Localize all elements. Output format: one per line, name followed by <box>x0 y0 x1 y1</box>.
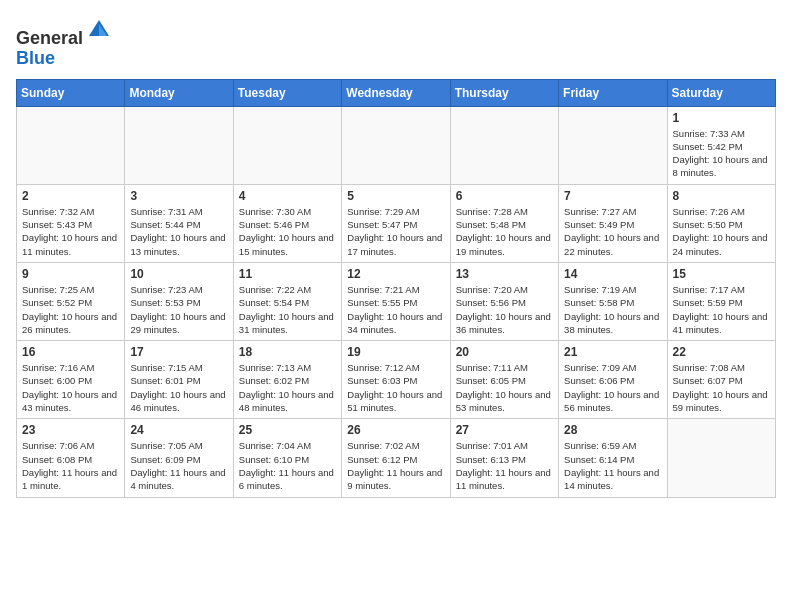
day-number: 3 <box>130 189 227 203</box>
calendar-empty-cell <box>233 106 341 184</box>
day-info: Sunrise: 7:27 AM Sunset: 5:49 PM Dayligh… <box>564 205 661 258</box>
calendar-week-row: 1Sunrise: 7:33 AM Sunset: 5:42 PM Daylig… <box>17 106 776 184</box>
day-info: Sunrise: 7:05 AM Sunset: 6:09 PM Dayligh… <box>130 439 227 492</box>
day-number: 22 <box>673 345 770 359</box>
weekday-header-sunday: Sunday <box>17 79 125 106</box>
calendar-day-4: 4Sunrise: 7:30 AM Sunset: 5:46 PM Daylig… <box>233 184 341 262</box>
day-number: 11 <box>239 267 336 281</box>
day-info: Sunrise: 7:28 AM Sunset: 5:48 PM Dayligh… <box>456 205 553 258</box>
calendar-day-6: 6Sunrise: 7:28 AM Sunset: 5:48 PM Daylig… <box>450 184 558 262</box>
calendar-day-19: 19Sunrise: 7:12 AM Sunset: 6:03 PM Dayli… <box>342 341 450 419</box>
calendar-day-22: 22Sunrise: 7:08 AM Sunset: 6:07 PM Dayli… <box>667 341 775 419</box>
calendar-day-16: 16Sunrise: 7:16 AM Sunset: 6:00 PM Dayli… <box>17 341 125 419</box>
day-info: Sunrise: 7:19 AM Sunset: 5:58 PM Dayligh… <box>564 283 661 336</box>
day-info: Sunrise: 7:31 AM Sunset: 5:44 PM Dayligh… <box>130 205 227 258</box>
page-header: General Blue <box>16 16 776 69</box>
day-number: 14 <box>564 267 661 281</box>
day-info: Sunrise: 7:29 AM Sunset: 5:47 PM Dayligh… <box>347 205 444 258</box>
day-info: Sunrise: 7:20 AM Sunset: 5:56 PM Dayligh… <box>456 283 553 336</box>
calendar-day-7: 7Sunrise: 7:27 AM Sunset: 5:49 PM Daylig… <box>559 184 667 262</box>
calendar-day-5: 5Sunrise: 7:29 AM Sunset: 5:47 PM Daylig… <box>342 184 450 262</box>
calendar-day-12: 12Sunrise: 7:21 AM Sunset: 5:55 PM Dayli… <box>342 262 450 340</box>
day-info: Sunrise: 7:11 AM Sunset: 6:05 PM Dayligh… <box>456 361 553 414</box>
calendar-day-9: 9Sunrise: 7:25 AM Sunset: 5:52 PM Daylig… <box>17 262 125 340</box>
calendar-empty-cell <box>17 106 125 184</box>
day-number: 27 <box>456 423 553 437</box>
calendar-day-18: 18Sunrise: 7:13 AM Sunset: 6:02 PM Dayli… <box>233 341 341 419</box>
calendar-day-20: 20Sunrise: 7:11 AM Sunset: 6:05 PM Dayli… <box>450 341 558 419</box>
day-number: 5 <box>347 189 444 203</box>
calendar-day-3: 3Sunrise: 7:31 AM Sunset: 5:44 PM Daylig… <box>125 184 233 262</box>
calendar-day-25: 25Sunrise: 7:04 AM Sunset: 6:10 PM Dayli… <box>233 419 341 497</box>
day-number: 15 <box>673 267 770 281</box>
calendar-day-15: 15Sunrise: 7:17 AM Sunset: 5:59 PM Dayli… <box>667 262 775 340</box>
day-number: 21 <box>564 345 661 359</box>
calendar-header-row: SundayMondayTuesdayWednesdayThursdayFrid… <box>17 79 776 106</box>
day-number: 17 <box>130 345 227 359</box>
day-number: 20 <box>456 345 553 359</box>
day-number: 18 <box>239 345 336 359</box>
calendar-day-21: 21Sunrise: 7:09 AM Sunset: 6:06 PM Dayli… <box>559 341 667 419</box>
day-info: Sunrise: 7:04 AM Sunset: 6:10 PM Dayligh… <box>239 439 336 492</box>
day-info: Sunrise: 7:30 AM Sunset: 5:46 PM Dayligh… <box>239 205 336 258</box>
day-info: Sunrise: 7:06 AM Sunset: 6:08 PM Dayligh… <box>22 439 119 492</box>
day-number: 13 <box>456 267 553 281</box>
weekday-header-thursday: Thursday <box>450 79 558 106</box>
logo-general: General <box>16 28 83 48</box>
calendar-empty-cell <box>559 106 667 184</box>
day-number: 24 <box>130 423 227 437</box>
day-info: Sunrise: 7:32 AM Sunset: 5:43 PM Dayligh… <box>22 205 119 258</box>
calendar-week-row: 2Sunrise: 7:32 AM Sunset: 5:43 PM Daylig… <box>17 184 776 262</box>
logo-blue: Blue <box>16 48 55 68</box>
day-number: 25 <box>239 423 336 437</box>
day-number: 28 <box>564 423 661 437</box>
day-number: 7 <box>564 189 661 203</box>
day-info: Sunrise: 7:02 AM Sunset: 6:12 PM Dayligh… <box>347 439 444 492</box>
day-info: Sunrise: 7:23 AM Sunset: 5:53 PM Dayligh… <box>130 283 227 336</box>
calendar-empty-cell <box>667 419 775 497</box>
day-info: Sunrise: 6:59 AM Sunset: 6:14 PM Dayligh… <box>564 439 661 492</box>
weekday-header-monday: Monday <box>125 79 233 106</box>
calendar-day-1: 1Sunrise: 7:33 AM Sunset: 5:42 PM Daylig… <box>667 106 775 184</box>
logo: General Blue <box>16 16 113 69</box>
day-number: 12 <box>347 267 444 281</box>
calendar-day-26: 26Sunrise: 7:02 AM Sunset: 6:12 PM Dayli… <box>342 419 450 497</box>
calendar-empty-cell <box>342 106 450 184</box>
logo-icon <box>85 16 113 44</box>
day-info: Sunrise: 7:16 AM Sunset: 6:00 PM Dayligh… <box>22 361 119 414</box>
day-number: 16 <box>22 345 119 359</box>
day-info: Sunrise: 7:09 AM Sunset: 6:06 PM Dayligh… <box>564 361 661 414</box>
calendar-week-row: 16Sunrise: 7:16 AM Sunset: 6:00 PM Dayli… <box>17 341 776 419</box>
calendar-day-13: 13Sunrise: 7:20 AM Sunset: 5:56 PM Dayli… <box>450 262 558 340</box>
calendar-week-row: 9Sunrise: 7:25 AM Sunset: 5:52 PM Daylig… <box>17 262 776 340</box>
day-info: Sunrise: 7:13 AM Sunset: 6:02 PM Dayligh… <box>239 361 336 414</box>
day-info: Sunrise: 7:22 AM Sunset: 5:54 PM Dayligh… <box>239 283 336 336</box>
day-info: Sunrise: 7:15 AM Sunset: 6:01 PM Dayligh… <box>130 361 227 414</box>
day-info: Sunrise: 7:01 AM Sunset: 6:13 PM Dayligh… <box>456 439 553 492</box>
day-number: 2 <box>22 189 119 203</box>
calendar-day-27: 27Sunrise: 7:01 AM Sunset: 6:13 PM Dayli… <box>450 419 558 497</box>
day-number: 9 <box>22 267 119 281</box>
day-info: Sunrise: 7:08 AM Sunset: 6:07 PM Dayligh… <box>673 361 770 414</box>
calendar-day-23: 23Sunrise: 7:06 AM Sunset: 6:08 PM Dayli… <box>17 419 125 497</box>
day-info: Sunrise: 7:17 AM Sunset: 5:59 PM Dayligh… <box>673 283 770 336</box>
calendar-day-28: 28Sunrise: 6:59 AM Sunset: 6:14 PM Dayli… <box>559 419 667 497</box>
day-number: 1 <box>673 111 770 125</box>
calendar-empty-cell <box>450 106 558 184</box>
calendar-day-11: 11Sunrise: 7:22 AM Sunset: 5:54 PM Dayli… <box>233 262 341 340</box>
calendar-empty-cell <box>125 106 233 184</box>
day-info: Sunrise: 7:33 AM Sunset: 5:42 PM Dayligh… <box>673 127 770 180</box>
day-info: Sunrise: 7:21 AM Sunset: 5:55 PM Dayligh… <box>347 283 444 336</box>
calendar-week-row: 23Sunrise: 7:06 AM Sunset: 6:08 PM Dayli… <box>17 419 776 497</box>
calendar-day-8: 8Sunrise: 7:26 AM Sunset: 5:50 PM Daylig… <box>667 184 775 262</box>
calendar-day-14: 14Sunrise: 7:19 AM Sunset: 5:58 PM Dayli… <box>559 262 667 340</box>
day-number: 4 <box>239 189 336 203</box>
day-number: 23 <box>22 423 119 437</box>
day-number: 8 <box>673 189 770 203</box>
day-number: 26 <box>347 423 444 437</box>
calendar-day-10: 10Sunrise: 7:23 AM Sunset: 5:53 PM Dayli… <box>125 262 233 340</box>
weekday-header-friday: Friday <box>559 79 667 106</box>
calendar-day-2: 2Sunrise: 7:32 AM Sunset: 5:43 PM Daylig… <box>17 184 125 262</box>
day-info: Sunrise: 7:12 AM Sunset: 6:03 PM Dayligh… <box>347 361 444 414</box>
calendar-day-24: 24Sunrise: 7:05 AM Sunset: 6:09 PM Dayli… <box>125 419 233 497</box>
